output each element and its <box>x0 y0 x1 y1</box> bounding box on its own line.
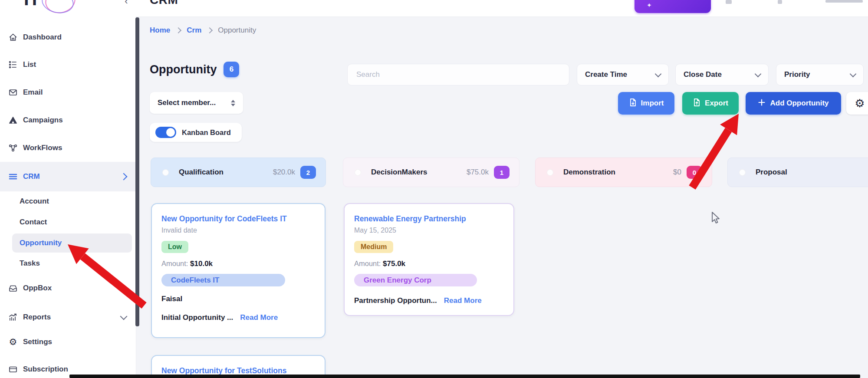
sidebar-subitem-tasks[interactable]: Tasks <box>0 254 136 273</box>
sidebar-item-label: Settings <box>23 338 52 346</box>
chevron-right-icon <box>207 27 213 33</box>
opportunity-card[interactable]: Renewable Energy Partnership May 15, 202… <box>344 203 514 316</box>
card-owner: Faisal <box>161 295 315 303</box>
home-icon <box>8 32 18 43</box>
amount-value: $75.0k <box>383 260 405 268</box>
card-title-link[interactable]: New Opportunity for TestSolutions <box>161 366 315 375</box>
amount-value: $10.0k <box>190 260 213 268</box>
bottom-video-bar <box>69 375 860 378</box>
sidebar-item-settings[interactable]: ⚙ Settings <box>0 333 136 351</box>
chevron-right-icon <box>120 173 128 181</box>
sidebar-item-campaigns[interactable]: Campaigns <box>0 112 136 129</box>
subitem-label: Contact <box>20 218 47 227</box>
page-title-row: Opportunity 6 <box>150 62 239 77</box>
sidebar-item-dashboard[interactable]: Dashboard <box>0 29 136 46</box>
import-button[interactable]: Import <box>618 92 674 115</box>
search-input[interactable] <box>348 64 586 85</box>
breadcrumb-crm-link[interactable]: Crm <box>187 26 201 35</box>
sidebar-item-list[interactable]: List <box>0 56 136 73</box>
column-count-badge: 1 <box>494 166 510 179</box>
sidebar-subitem-opportunity[interactable]: Opportunity <box>0 233 136 253</box>
header-icon-partial[interactable] <box>778 0 782 4</box>
read-more-link[interactable]: Read More <box>240 313 278 322</box>
sidebar-subitem-account[interactable]: Account <box>0 192 136 211</box>
sidebar-item-workflows[interactable]: WorkFlows <box>0 139 136 157</box>
workflow-icon <box>8 143 18 153</box>
search-box <box>347 64 569 85</box>
sidebar-item-label: Reports <box>23 313 51 322</box>
filter-label: Create Time <box>585 70 627 79</box>
read-more-link[interactable]: Read More <box>444 296 482 305</box>
sidebar-item-oppbox[interactable]: OppBox <box>0 279 136 297</box>
subitem-label: Tasks <box>20 259 40 268</box>
opportunity-card[interactable]: New Opportunity for CodeFleets IT Invali… <box>151 203 326 338</box>
sidebar-item-label: CRM <box>23 172 40 181</box>
card-description: Partnership Opportun... <box>354 296 437 305</box>
ai-assistant-button[interactable]: ✦ <box>635 0 711 13</box>
header-icon-partial[interactable] <box>825 0 863 3</box>
top-header-bar: H ‹ CRM ✦ <box>0 0 868 17</box>
sidebar: Dashboard List Email Campaigns WorkFlows <box>0 16 136 378</box>
sidebar-subitem-contact[interactable]: Contact <box>0 213 136 232</box>
button-label: Import <box>641 99 664 108</box>
breadcrumb-home-link[interactable]: Home <box>150 26 170 35</box>
gear-icon: ⚙ <box>8 337 18 347</box>
card-amount-row: Amount: $75.0k <box>354 260 504 268</box>
file-import-icon <box>629 98 637 109</box>
app-logo: H <box>24 0 37 10</box>
column-name: Demonstration <box>563 168 615 177</box>
sidebar-item-label: Campaigns <box>23 116 63 125</box>
select-member-label: Select member... <box>158 99 216 107</box>
file-export-icon <box>693 98 700 109</box>
sidebar-collapse-icon[interactable]: ‹ <box>121 0 132 7</box>
select-member-dropdown[interactable]: Select member... <box>150 92 243 114</box>
amount-label: Amount: <box>161 260 188 267</box>
sidebar-item-crm[interactable]: CRM <box>0 162 136 191</box>
filter-priority[interactable]: Priority <box>776 64 864 85</box>
column-count-badge: 0 <box>687 166 702 179</box>
column-name: Qualification <box>179 168 224 177</box>
filter-create-time[interactable]: Create Time <box>577 64 669 85</box>
main-content: Home Crm Opportunity Opportunity 6 Creat… <box>136 16 868 378</box>
sidebar-item-label: List <box>23 60 36 69</box>
column-dot-icon <box>547 169 553 176</box>
sidebar-item-label: Subscription <box>23 365 68 374</box>
filter-close-date[interactable]: Close Date <box>675 64 769 85</box>
column-dot-icon <box>162 169 169 176</box>
account-pill[interactable]: CodeFleets IT <box>161 274 285 286</box>
kanban-column-decisionmakers[interactable]: DecisionMakers $75.0k 1 <box>343 158 519 187</box>
page-title: Opportunity <box>150 63 217 76</box>
export-button[interactable]: Export <box>682 92 739 115</box>
card-amount-row: Amount: $10.0k <box>161 260 315 268</box>
add-opportunity-button[interactable]: Add Opportunity <box>746 92 841 115</box>
kanban-column-demonstration[interactable]: Demonstration $0 0 <box>535 158 712 187</box>
header-icon-partial[interactable] <box>726 0 732 4</box>
column-amount: $0 <box>673 168 681 177</box>
plus-icon <box>758 99 766 108</box>
crm-app-window: H ‹ CRM ✦ Dashboard List Email <box>0 0 868 378</box>
account-pill[interactable]: Green Energy Corp <box>354 274 477 286</box>
kanban-toggle-label: Kanban Board <box>182 128 231 137</box>
breadcrumb: Home Crm Opportunity <box>150 26 256 35</box>
card-description: Initial Opportunity ... <box>161 313 233 322</box>
chevron-down-icon <box>850 70 857 77</box>
card-date: Invalid date <box>161 227 315 234</box>
priority-badge: Low <box>161 241 188 253</box>
list-icon <box>8 59 18 70</box>
sidebar-item-label: WorkFlows <box>23 144 62 152</box>
opportunity-count-badge: 6 <box>224 62 239 77</box>
kanban-toggle-switch[interactable] <box>155 127 176 138</box>
column-name: DecisionMakers <box>371 168 427 177</box>
column-amount: $20.0k <box>273 168 295 177</box>
card-title-link[interactable]: New Opportunity for CodeFleets IT <box>161 214 315 224</box>
filter-label: Close Date <box>684 70 722 79</box>
kanban-column-proposal[interactable]: Proposal $0 <box>727 158 868 187</box>
card-title-link[interactable]: Renewable Energy Partnership <box>354 214 504 224</box>
kanban-column-qualification[interactable]: Qualification $20.0k 2 <box>151 158 326 187</box>
sidebar-scrollbar[interactable] <box>135 17 139 326</box>
column-settings-button[interactable]: ⚙ <box>846 92 868 115</box>
sidebar-item-reports[interactable]: Reports <box>0 309 136 326</box>
sidebar-item-email[interactable]: Email <box>0 84 136 101</box>
subitem-label: Opportunity <box>20 239 62 247</box>
button-label: Add Opportunity <box>770 99 829 108</box>
